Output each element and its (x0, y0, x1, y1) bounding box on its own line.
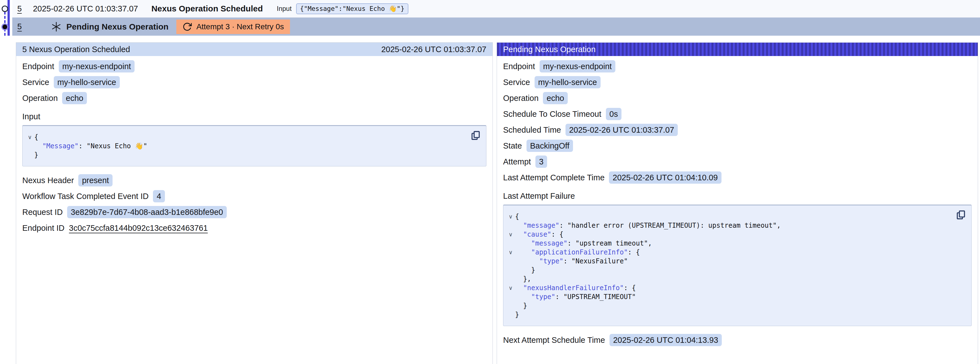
field-row-schedule-to-close-timeout: Schedule To Close Timeout0s (503, 108, 972, 120)
event-row-pending-nexus-operation[interactable]: 5 Pending Nexus Operation Attempt 3 · Ne… (12, 18, 980, 36)
event-title: Nexus Operation Scheduled (151, 4, 262, 13)
field-label-workflow-task-completed-event-id: Workflow Task Completed Event ID (22, 192, 148, 201)
pending-event-id-link[interactable]: 5 (17, 22, 22, 31)
copy-icon[interactable] (470, 130, 481, 141)
gutter-spacer (506, 310, 515, 319)
field-label-input: Input (22, 112, 486, 121)
retry-badge-text: Attempt 3 · Next Retry 0s (196, 22, 284, 31)
field-label-attempt: Attempt (503, 157, 531, 166)
json-text: "type": "NexusFailure" (515, 257, 628, 266)
event-detail-panel-title: 5 Nexus Operation Scheduled (22, 45, 130, 54)
collapse-chevron-icon[interactable]: ∨ (506, 212, 515, 221)
field-label-endpoint-id: Endpoint ID (22, 224, 65, 233)
event-row-nexus-operation-scheduled[interactable]: 5 2025-02-26 UTC 01:03:37.07 Nexus Opera… (12, 0, 980, 18)
pending-operation-panel-header: Pending Nexus Operation (497, 43, 978, 56)
json-text: { (34, 133, 38, 142)
gutter-spacer (506, 301, 515, 310)
json-text: } (515, 266, 535, 275)
json-line: "message": "handler error (UPSTREAM_TIME… (506, 221, 966, 230)
json-line: "Message": "Nexus Echo 👋" (25, 142, 480, 150)
json-line: ∨ "cause": { (506, 230, 966, 239)
operation-value-badge: echo (543, 92, 568, 104)
endpoint-value-badge: my-nexus-endpoint (59, 60, 135, 72)
json-text: "applicationFailureInfo": { (515, 248, 640, 257)
code-block-last-attempt-failure: ∨{ "message": "handler error (UPSTREAM_T… (503, 204, 972, 326)
event-detail-panel: 5 Nexus Operation Scheduled 2025-02-26 U… (16, 42, 493, 364)
collapse-chevron-icon[interactable]: ∨ (506, 283, 515, 292)
json-line: } (25, 150, 480, 160)
copy-icon[interactable] (955, 209, 966, 220)
next-attempt-schedule-time-value-badge: 2025-02-26 UTC 01:04:13.93 (609, 334, 722, 346)
detail-panels: 5 Nexus Operation Scheduled 2025-02-26 U… (16, 42, 978, 364)
timeline-node-open-icon (2, 6, 8, 12)
field-label-service: Service (503, 78, 530, 87)
json-text: "type": "UPSTREAM_TIMEOUT" (515, 292, 636, 301)
field-label-scheduled-time: Scheduled Time (503, 125, 561, 135)
field-row-attempt: Attempt3 (503, 155, 972, 168)
pending-event-title: Pending Nexus Operation (66, 22, 169, 32)
field-row-service: Servicemy-hello-service (503, 76, 972, 88)
pending-operation-panel-title: Pending Nexus Operation (503, 45, 596, 54)
attempt-value-badge: 3 (535, 155, 547, 168)
event-id-link[interactable]: 5 (17, 4, 22, 13)
json-text: "nexusHandlerFailureInfo": { (515, 283, 636, 292)
endpoint-id-link[interactable]: 3c0c75ccfa8144b092c13ce632463761 (69, 224, 208, 233)
field-row-endpoint: Endpointmy-nexus-endpoint (22, 60, 486, 72)
gutter-spacer (25, 150, 34, 160)
service-value-badge: my-hello-service (535, 76, 601, 88)
collapse-chevron-icon[interactable]: ∨ (506, 248, 515, 257)
json-line: "message": "upstream timeout", (506, 239, 966, 248)
service-value-badge: my-hello-service (54, 76, 120, 88)
field-row-request-id: Request ID3e829b7e-7d67-4b08-aad3-b1e868… (22, 206, 486, 218)
event-history-rows: 5 2025-02-26 UTC 01:03:37.07 Nexus Opera… (12, 0, 980, 36)
pending-operation-panel-body: Endpointmy-nexus-endpointServicemy-hello… (497, 56, 978, 355)
timeline-active-bar (8, 0, 10, 36)
json-text: { (515, 212, 519, 221)
json-text: }, (515, 275, 531, 283)
retry-attempt-badge: Attempt 3 · Next Retry 0s (177, 19, 290, 34)
input-label: Input (277, 5, 292, 13)
field-label-endpoint: Endpoint (503, 62, 535, 71)
field-label-state: State (503, 141, 522, 150)
field-label-endpoint: Endpoint (22, 62, 54, 71)
field-row-endpoint-id: Endpoint ID3c0c75ccfa8144b092c13ce632463… (22, 222, 486, 234)
json-line: "type": "UPSTREAM_TIMEOUT" (506, 292, 966, 301)
pending-operation-panel: Pending Nexus Operation Endpointmy-nexus… (497, 42, 978, 364)
last-attempt-complete-time-value-badge: 2025-02-26 UTC 01:04:10.09 (609, 171, 721, 184)
request-id-value-badge: 3e829b7e-7d67-4b08-aad3-b1e868bfe9e0 (67, 206, 227, 218)
gutter-spacer (506, 275, 515, 283)
gutter-spacer (506, 221, 515, 230)
field-row-scheduled-time: Scheduled Time2025-02-26 UTC 01:03:37.07 (503, 124, 972, 136)
scheduled-time-value-badge: 2025-02-26 UTC 01:03:37.07 (565, 124, 678, 136)
field-label-operation: Operation (22, 94, 58, 103)
field-label-last-attempt-complete-time: Last Attempt Complete Time (503, 173, 605, 182)
timeline-node-current-icon (3, 24, 7, 29)
field-label-operation: Operation (503, 94, 538, 103)
json-text: "message": "handler error (UPSTREAM_TIME… (515, 221, 781, 230)
event-detail-panel-body: Endpointmy-nexus-endpointServicemy-hello… (16, 56, 493, 243)
field-row-service: Servicemy-hello-service (22, 76, 486, 88)
json-line: }, (506, 275, 966, 283)
field-label-schedule-to-close-timeout: Schedule To Close Timeout (503, 110, 601, 119)
field-label-last-attempt-failure: Last Attempt Failure (503, 192, 972, 201)
gutter-spacer (506, 257, 515, 266)
gutter-spacer (506, 266, 515, 275)
retry-icon (183, 22, 192, 32)
field-row-endpoint: Endpointmy-nexus-endpoint (503, 60, 972, 72)
endpoint-value-badge: my-nexus-endpoint (539, 60, 616, 72)
field-label-service: Service (22, 78, 49, 87)
json-text: } (515, 301, 527, 310)
field-row-last-attempt-complete-time: Last Attempt Complete Time2025-02-26 UTC… (503, 171, 972, 184)
json-line: ∨{ (506, 212, 966, 221)
json-line: ∨ "nexusHandlerFailureInfo": { (506, 283, 966, 292)
json-line: } (506, 301, 966, 310)
json-text: "cause": { (515, 230, 563, 239)
json-line: "type": "NexusFailure" (506, 257, 966, 266)
collapse-chevron-icon[interactable]: ∨ (506, 230, 515, 239)
field-label-nexus-header: Nexus Header (22, 176, 74, 185)
event-timestamp: 2025-02-26 UTC 01:03:37.07 (33, 4, 138, 13)
collapse-chevron-icon[interactable]: ∨ (25, 133, 34, 142)
json-text: } (34, 150, 38, 160)
gutter-spacer (506, 292, 515, 301)
timeline-dashed-line (4, 12, 6, 36)
